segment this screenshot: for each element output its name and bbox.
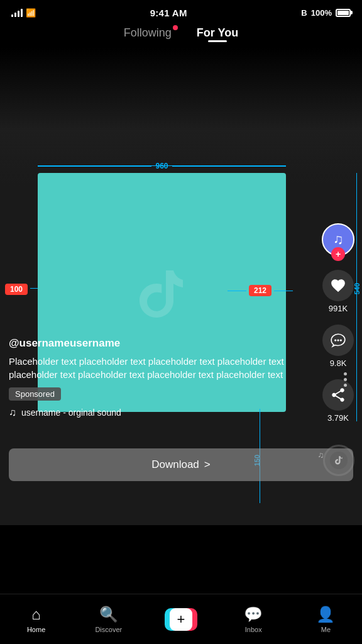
video-info: @usernameusername Placeholder text place…: [9, 337, 287, 418]
sponsored-badge: Sponsored: [9, 387, 61, 401]
sound-info: ♫ username - orginal sound: [9, 407, 287, 418]
status-time: 9:41 AM: [150, 8, 187, 18]
comment-action[interactable]: 9.8K: [322, 325, 354, 368]
nav-home[interactable]: ⌂ Home: [0, 606, 72, 633]
inbox-label: Inbox: [245, 626, 262, 633]
me-icon: 👤: [316, 606, 335, 623]
ann-right-vline: [356, 173, 357, 421]
share-icon: [322, 379, 354, 411]
creator-avatar[interactable]: ♫ +: [322, 223, 354, 256]
share-action[interactable]: 3.79K: [322, 379, 354, 423]
discover-label: Discover: [95, 626, 122, 633]
nav-discover[interactable]: 🔍 Discover: [72, 606, 145, 633]
svg-point-1: [337, 339, 339, 341]
add-button[interactable]: +: [165, 608, 197, 631]
home-icon: ⌂: [31, 606, 41, 623]
status-left: 📶: [11, 8, 36, 18]
comment-icon: [322, 325, 354, 356]
tab-for-you[interactable]: For You: [197, 26, 238, 42]
like-count: 991K: [329, 304, 348, 313]
avatar-icon: ♫: [333, 231, 344, 248]
status-bar: 📶 9:41 AM B 100%: [0, 0, 362, 23]
status-right: B 100%: [301, 8, 351, 18]
like-action[interactable]: 991K: [322, 270, 354, 313]
nav-add-container: +: [145, 608, 217, 631]
home-label: Home: [27, 626, 45, 633]
download-section: Download >: [9, 448, 353, 481]
svg-point-0: [334, 339, 336, 341]
tab-following[interactable]: Following: [124, 26, 172, 42]
music-note-icon: ♫: [9, 407, 16, 418]
more-options[interactable]: [344, 372, 347, 387]
signal-icon: [11, 9, 23, 17]
sidebar-actions: ♫ + 991K 9.8K: [322, 223, 354, 423]
add-icon: +: [170, 608, 192, 631]
download-button[interactable]: Download >: [9, 448, 353, 481]
ann-left-badge: 100: [5, 284, 28, 295]
ann-right-badge-container: 212: [228, 285, 293, 296]
top-nav: Following For You: [0, 23, 362, 47]
ann-width-label: 960: [151, 162, 172, 170]
comment-count: 9.8K: [330, 358, 347, 368]
ann-left-line: [30, 288, 38, 289]
discover-icon: 🔍: [99, 606, 118, 623]
download-label: Download: [151, 458, 199, 471]
share-count: 3.79K: [327, 413, 349, 423]
battery-icon: [336, 9, 351, 17]
ann-top-arrow: 960: [38, 162, 286, 170]
tiktok-watermark: [134, 263, 190, 322]
wifi-icon: 📶: [26, 8, 36, 18]
bluetooth-icon: B: [301, 8, 307, 18]
video-area[interactable]: 960 100 212 540 150 ♫ + 991K: [0, 47, 362, 525]
me-label: Me: [321, 626, 331, 633]
svg-point-2: [340, 339, 342, 341]
sound-name: username - orginal sound: [21, 408, 121, 418]
video-username[interactable]: @usernameusername: [9, 337, 287, 350]
battery-percent: 100%: [311, 8, 332, 18]
video-caption: Placeholder text placeholder text placeh…: [9, 355, 287, 381]
like-icon: [322, 270, 354, 301]
nav-me[interactable]: 👤 Me: [290, 606, 362, 633]
nav-inbox[interactable]: 💬 Inbox: [217, 606, 290, 633]
inbox-icon: 💬: [244, 606, 263, 623]
follow-button[interactable]: +: [331, 247, 345, 261]
bottom-nav: ⌂ Home 🔍 Discover + 💬 Inbox 👤 Me: [0, 594, 362, 644]
ann-right-badge: 212: [249, 285, 272, 296]
download-arrow: >: [204, 458, 211, 471]
notification-dot: [173, 25, 178, 30]
